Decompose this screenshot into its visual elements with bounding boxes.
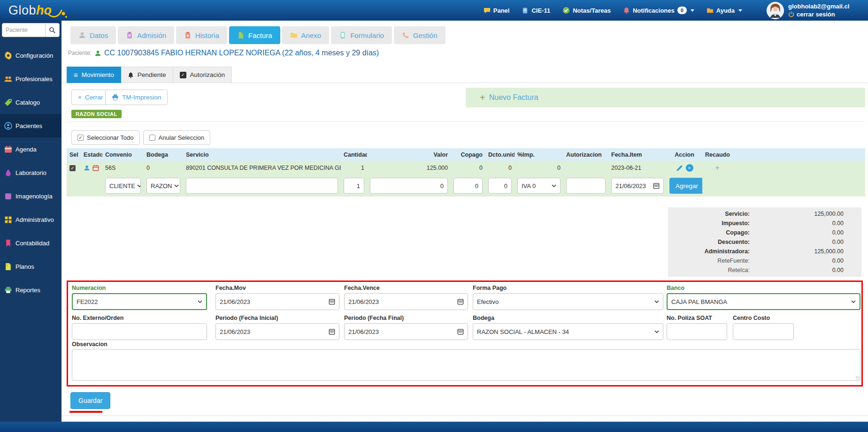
no-externo-input[interactable]: [72, 323, 207, 340]
sidebar-item-catalogo[interactable]: Catalogo: [0, 91, 61, 114]
agregar-button[interactable]: Agregar: [669, 178, 702, 194]
sidebar-item-contabilidad[interactable]: Contabilidad: [0, 231, 61, 255]
col-header-valor: Valor: [367, 152, 451, 158]
sidebar-item-pacientes[interactable]: Pacientes: [0, 114, 61, 137]
fecha-vence-date-input[interactable]: 21/06/2023: [344, 293, 468, 310]
phone-icon: [402, 31, 409, 39]
nav-ayuda[interactable]: Ayuda: [707, 7, 742, 14]
logo-swoosh-icon: [48, 6, 68, 19]
checkbox-icon: ✓: [180, 72, 186, 78]
avatar[interactable]: [767, 2, 784, 19]
autorizacion-input[interactable]: [566, 178, 606, 194]
col-header-fecha-item: Fecha.Item: [608, 152, 667, 158]
sidebar-item-planos[interactable]: Planos: [0, 255, 61, 278]
sidebar-item-label: Pacientes: [15, 122, 42, 129]
col-header-dcto: Dcto.unid: [485, 152, 515, 158]
bodega-select[interactable]: RAZON: [146, 178, 180, 194]
sidebar-item-agenda[interactable]: Agenda: [0, 137, 61, 161]
chevron-down-icon: [198, 300, 202, 303]
iva-select[interactable]: IVA 0: [517, 178, 561, 194]
tab-factura[interactable]: Factura: [229, 26, 280, 44]
sidebar-item-administrativo[interactable]: Administrativo: [0, 208, 61, 231]
total-label: Copago:: [668, 229, 750, 236]
sidebar-item-profesionales[interactable]: Profesionales: [0, 67, 61, 91]
sidebar-item-label: Configuración: [15, 52, 53, 59]
subtab-movimiento[interactable]: ≡ Movimiento: [67, 67, 121, 83]
droplet-icon: [4, 169, 12, 177]
numeracion-select[interactable]: FE2022: [72, 293, 207, 310]
chevron-down-icon: [851, 300, 856, 303]
invoice-totals: Servicio:125,000.00 Impuesto:0.00 Copago…: [668, 207, 861, 277]
fecha-item-date-input[interactable]: 21/06/2023: [611, 178, 664, 194]
cell-bodega: 0: [144, 165, 183, 171]
calendar-status-icon[interactable]: [92, 165, 99, 171]
banco-select[interactable]: CAJA PAL BMANGA: [667, 293, 860, 310]
periodo-final-date-input[interactable]: 21/06/2023: [344, 323, 468, 340]
centro-costo-input[interactable]: [733, 323, 794, 340]
valor-input[interactable]: [370, 178, 448, 194]
edit-pencil-icon[interactable]: [676, 165, 683, 172]
subtab-pendiente[interactable]: Pendiente: [121, 67, 173, 83]
calendar-icon: [457, 298, 464, 305]
subtab-label: Autorización: [190, 71, 225, 78]
nav-cie11[interactable]: CIE-11: [522, 7, 550, 14]
invoice-subtabs: ≡ Movimiento Pendiente ✓ Autorización: [67, 67, 232, 83]
chevron-down-icon: [691, 9, 694, 12]
logo-text-glob: Glob: [8, 4, 36, 17]
cerrar-button[interactable]: × Cerrar: [71, 90, 109, 105]
search-input[interactable]: [2, 23, 45, 37]
nav-ayuda-label: Ayuda: [716, 7, 735, 14]
logout-button[interactable]: cerrar sesión: [788, 11, 868, 18]
recaudo-plus-icon[interactable]: +: [715, 163, 720, 172]
forma-pago-select[interactable]: Efectivo: [473, 293, 663, 310]
tab-historia[interactable]: Historia: [176, 26, 227, 44]
tab-datos[interactable]: Datos: [70, 26, 116, 44]
nav-notificaciones[interactable]: Notificaciones 0: [623, 7, 694, 14]
invoice-form-annotated: Numeracion Fecha.Mov Fecha.Vence Forma P…: [67, 280, 863, 387]
seleccionar-todo-button[interactable]: ✓ Seleccionar Todo: [71, 130, 140, 145]
patient-circle-icon: [4, 122, 12, 130]
tab-formulario[interactable]: Formulario: [331, 26, 392, 44]
table-row: ✓ 56S 0 890201 CONSULTA DE PRIMERA VEZ P…: [67, 161, 865, 175]
sidebar-item-imagenologia[interactable]: Imagenología: [0, 184, 61, 208]
sidebar-item-configuracion[interactable]: Configuración: [0, 44, 61, 67]
nav-notas-label: Notas/Tareas: [573, 7, 611, 14]
subtab-autorizacion[interactable]: ✓ Autorización: [173, 67, 232, 83]
total-label: Administradora:: [668, 248, 750, 255]
clipboard-icon: [126, 31, 133, 39]
sidebar-item-reportes[interactable]: Reportes: [0, 278, 61, 302]
periodo-inicial-date-input[interactable]: 21/06/2023: [215, 323, 339, 340]
delete-x-icon[interactable]: ×: [686, 164, 693, 172]
nav-panel[interactable]: Panel: [484, 7, 510, 14]
observacion-textarea[interactable]: [72, 349, 860, 381]
servicio-input[interactable]: [186, 178, 338, 194]
tab-admision[interactable]: Admisión: [118, 26, 174, 44]
patient-status-icon[interactable]: [84, 165, 90, 171]
col-header-bodega: Bodega: [144, 152, 183, 158]
fecha-mov-date-input[interactable]: 21/06/2023: [215, 293, 339, 310]
search-button[interactable]: [45, 23, 59, 37]
copago-input[interactable]: [453, 178, 483, 194]
bell-icon: [128, 72, 134, 78]
poliza-input[interactable]: [667, 323, 727, 340]
bodega-form-select[interactable]: RAZON SOCIAL - ALMACEN - 34: [473, 323, 663, 340]
cantidad-input[interactable]: [344, 178, 364, 194]
user-email: globholab2@gmail.cl: [788, 3, 868, 10]
guardar-button[interactable]: Guardar: [70, 392, 110, 409]
nuevo-factura-label: Nuevo Factura: [489, 93, 538, 102]
sidebar-item-laboratorio[interactable]: Laboratorio: [0, 161, 61, 184]
sidebar-menu: Configuración Profesionales Catalogo Pac…: [0, 44, 61, 302]
dcto-input[interactable]: [488, 178, 512, 194]
total-value: 125,000.00: [750, 248, 861, 255]
tm-impresion-button[interactable]: TM-Impresion: [105, 90, 168, 105]
nav-notas-tareas[interactable]: Notas/Tareas: [562, 7, 611, 14]
tab-gestion[interactable]: Gestión: [394, 26, 446, 44]
periodo-final-label: Periodo (Fecha Final): [344, 315, 404, 321]
periodo-inicial-label: Periodo (Fecha Inicial): [215, 315, 278, 321]
convenio-select[interactable]: CLIENTE: [105, 178, 141, 194]
tab-anexo[interactable]: Anexo: [282, 26, 330, 44]
total-value: 0.00: [750, 267, 861, 273]
row-checkbox[interactable]: ✓: [69, 165, 76, 171]
anular-seleccion-button[interactable]: Anular Seleccion: [143, 130, 211, 145]
nuevo-factura-band[interactable]: + Nuevo Factura: [466, 88, 865, 107]
